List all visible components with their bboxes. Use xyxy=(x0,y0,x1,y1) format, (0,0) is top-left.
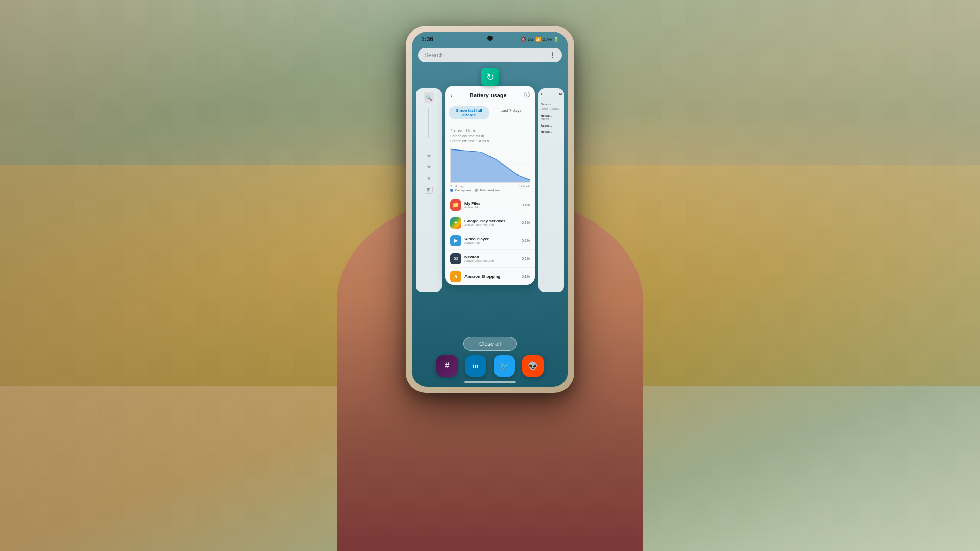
right-recent-card[interactable]: ‹ M Data ro... During r... additi... Net… xyxy=(538,88,564,292)
left-card-divider xyxy=(428,108,429,138)
amazon-icon-symbol: a xyxy=(454,273,457,279)
newton-pct: 0.2% xyxy=(522,257,530,260)
legend-estimated-label: Estimated time xyxy=(480,189,500,192)
video-player-name: Video Player xyxy=(464,237,519,241)
left-card-star-1: ★ xyxy=(426,152,432,158)
bottom-dock: # in 🐦 👽 xyxy=(436,355,544,377)
smart-switch-symbol: ↻ xyxy=(486,71,494,83)
battery-back-button[interactable]: ‹ xyxy=(450,91,453,99)
front-camera xyxy=(487,36,493,41)
left-card-grid-icon: ⊞ xyxy=(425,186,433,194)
chart-right-label: 12 h left xyxy=(519,185,530,188)
battery-tabs: Since last full charge Last 7 days xyxy=(445,103,535,122)
right-card-network-2: Netwo... xyxy=(541,130,562,134)
right-card-access: Acces... xyxy=(541,123,562,128)
status-time: 1:36 xyxy=(421,36,433,43)
search-options-icon[interactable]: ⋮ xyxy=(549,51,556,59)
battery-days-section: 2 days Used Screen on time: 53 m Screen … xyxy=(445,122,535,145)
newton-active: Active: Less than 1 m xyxy=(464,259,519,262)
battery-label: 23% xyxy=(543,37,552,42)
smart-switch-icon[interactable]: ↻ xyxy=(481,68,499,86)
google-play-pct: 0.3% xyxy=(522,221,530,224)
search-bar[interactable]: Search ⋮ xyxy=(418,48,562,62)
dock-icon-slack[interactable]: # xyxy=(436,355,458,377)
phone-frame: 1:36 🔇 5G 📶 23% 🔋 Search ⋮ ↻ xyxy=(406,26,574,393)
screen-off-time: Screen off time: 1 d 23 h xyxy=(450,139,530,144)
linkedin-icon-symbol: in xyxy=(473,362,479,370)
right-card-text-2: During r... additi... xyxy=(541,107,562,111)
screen-on-time: Screen on time: 53 m xyxy=(450,134,530,139)
right-card-title: M xyxy=(559,92,562,96)
battery-card-header: ‹ Battery usage ⓘ xyxy=(445,86,535,103)
app-item-my-files[interactable]: 📁 My Files Active: 34 m 0.4% xyxy=(445,196,535,214)
twitter-icon-symbol: 🐦 xyxy=(499,361,509,371)
battery-days-number: 2 days xyxy=(450,128,464,133)
video-player-icon: ▶ xyxy=(450,235,461,246)
my-files-info: My Files Active: 34 m xyxy=(464,201,519,209)
dock-icon-linkedin[interactable]: in xyxy=(465,355,486,377)
newton-icon-symbol: ✉ xyxy=(454,256,458,261)
chart-legend: Battery use Estimated time xyxy=(445,188,535,194)
home-indicator[interactable] xyxy=(464,381,516,383)
google-play-active: Active: Less than 1 m xyxy=(464,223,519,227)
phone-screen: 1:36 🔇 5G 📶 23% 🔋 Search ⋮ ↻ xyxy=(412,32,568,387)
slack-icon-symbol: # xyxy=(445,361,450,370)
newton-info: Newton Active: Less than 1 m xyxy=(464,255,519,262)
amazon-pct: 0.1% xyxy=(522,274,530,278)
legend-battery-label: Battery use xyxy=(455,189,471,192)
app-item-google-play[interactable]: ✦ Google Play services Active: Less than… xyxy=(445,214,535,232)
card-separator xyxy=(445,195,535,195)
tab-last-7-days[interactable]: Last 7 days xyxy=(491,106,531,119)
battery-chart xyxy=(450,147,530,183)
my-files-active: Active: 34 m xyxy=(464,206,519,209)
app-item-video-player[interactable]: ▶ Video Player Active: 9 m 0.2% xyxy=(445,232,535,250)
legend-battery-dot xyxy=(450,189,453,192)
amazon-info: Amazon Shopping xyxy=(464,274,519,279)
signal-icon: 📶 xyxy=(535,37,541,42)
my-files-name: My Files xyxy=(464,201,519,206)
mute-icon: 🔇 xyxy=(521,37,526,42)
reddit-icon-symbol: 👽 xyxy=(528,361,538,371)
google-play-name: Google Play services xyxy=(464,219,519,223)
video-player-icon-symbol: ▶ xyxy=(454,237,458,244)
battery-info-button[interactable]: ⓘ xyxy=(524,91,530,99)
right-card-back-icon: ‹ xyxy=(541,91,542,97)
amazon-icon: a xyxy=(450,271,461,282)
google-play-info: Google Play services Active: Less than 1… xyxy=(464,219,519,227)
left-recent-card[interactable]: 🔍 ... ★ ★ ★ ⊞ xyxy=(416,88,442,292)
app-item-amazon[interactable]: a Amazon Shopping 0.1% xyxy=(445,268,535,285)
chart-left-label: 2 d 4 h ago xyxy=(450,185,465,188)
my-files-pct: 0.4% xyxy=(522,203,530,207)
right-card-header: ‹ M xyxy=(538,88,564,100)
left-card-star-2: ★ xyxy=(426,163,432,169)
close-all-button[interactable]: Close all xyxy=(463,337,517,351)
google-play-icon-symbol: ✦ xyxy=(454,220,458,226)
app-item-newton[interactable]: ✉ Newton Active: Less than 1 m 0.2% xyxy=(445,250,535,268)
battery-card[interactable]: ‹ Battery usage ⓘ Since last full charge… xyxy=(445,86,535,285)
google-play-icon: ✦ xyxy=(450,217,461,229)
battery-chart-svg xyxy=(451,147,530,182)
video-player-pct: 0.2% xyxy=(522,239,530,242)
battery-days-label: 2 days Used xyxy=(450,126,530,134)
search-placeholder: Search xyxy=(424,52,444,59)
amazon-name: Amazon Shopping xyxy=(464,274,519,279)
video-player-active: Active: 9 m xyxy=(464,241,519,244)
newton-icon: ✉ xyxy=(450,253,461,264)
legend-estimated-dot xyxy=(475,189,478,192)
left-card-search-icon: 🔍 xyxy=(424,92,434,103)
my-files-icon: 📁 xyxy=(450,199,461,211)
tab-since-last-charge[interactable]: Since last full charge xyxy=(449,106,489,119)
battery-card-title: Battery usage xyxy=(470,92,507,98)
video-player-info: Video Player Active: 9 m xyxy=(464,237,519,244)
recents-area: ↻ 🔍 ... ★ ★ ★ ⊞ xyxy=(412,65,568,310)
left-card-star-3: ★ xyxy=(426,174,432,181)
right-card-content: Data ro... During r... additi... Netwo..… xyxy=(538,100,564,136)
right-card-text-1: Data ro... xyxy=(541,102,562,107)
app-list: 📁 My Files Active: 34 m 0.4% ✦ xyxy=(445,196,535,285)
newton-name: Newton xyxy=(464,255,519,259)
dock-icon-twitter[interactable]: 🐦 xyxy=(494,355,515,377)
network-label: 5G xyxy=(528,37,534,42)
battery-icon: 🔋 xyxy=(553,37,559,42)
battery-days-suffix: Used xyxy=(465,128,476,133)
dock-icon-reddit[interactable]: 👽 xyxy=(522,355,544,377)
